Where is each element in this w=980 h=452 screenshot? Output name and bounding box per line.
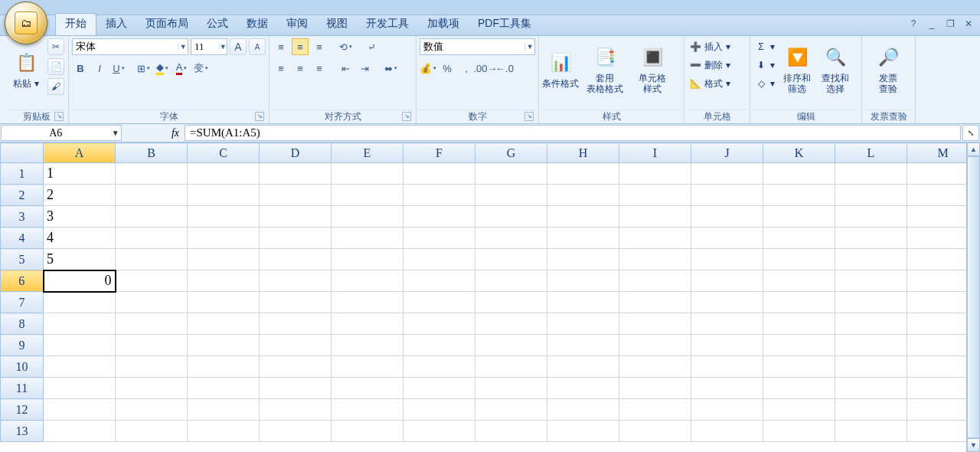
tab-视图[interactable]: 视图 xyxy=(317,14,357,35)
row-header-4[interactable]: 4 xyxy=(1,228,44,249)
cell-M12[interactable] xyxy=(907,399,967,421)
cell-G1[interactable] xyxy=(475,163,547,185)
align-bottom-button[interactable]: ≡ xyxy=(311,38,328,55)
font-color-button[interactable]: A xyxy=(173,60,190,77)
column-header-D[interactable]: D xyxy=(260,143,332,163)
cell-G5[interactable] xyxy=(475,249,547,270)
cell-B13[interactable] xyxy=(116,421,188,442)
comma-button[interactable]: , xyxy=(458,60,475,77)
cell-H12[interactable] xyxy=(547,399,619,421)
cell-M5[interactable] xyxy=(907,249,967,270)
cell-K11[interactable] xyxy=(763,378,835,399)
cell-A3[interactable]: 3 xyxy=(44,206,116,228)
grow-font-button[interactable]: A xyxy=(230,38,247,55)
cell-M6[interactable] xyxy=(907,270,967,292)
cell-L5[interactable] xyxy=(835,249,907,270)
cell-A1[interactable]: 1 xyxy=(44,163,116,185)
cell-D4[interactable] xyxy=(260,228,332,249)
tab-插入[interactable]: 插入 xyxy=(96,14,136,35)
cell-J6[interactable] xyxy=(691,270,763,292)
cell-H8[interactable] xyxy=(547,313,619,335)
cell-L9[interactable] xyxy=(835,335,907,356)
cell-G9[interactable] xyxy=(475,335,547,356)
increase-indent-button[interactable]: ⇥ xyxy=(356,60,373,77)
align-launcher[interactable]: ↘ xyxy=(402,112,411,121)
phonetic-button[interactable]: 变 xyxy=(192,60,209,77)
cell-E7[interactable] xyxy=(332,292,403,313)
cell-C1[interactable] xyxy=(188,163,260,185)
column-header-B[interactable]: B xyxy=(116,143,188,163)
cell-L2[interactable] xyxy=(835,185,907,206)
cell-L12[interactable] xyxy=(835,399,907,421)
cell-H2[interactable] xyxy=(547,185,619,206)
cell-A12[interactable] xyxy=(44,399,116,421)
cell-F7[interactable] xyxy=(403,292,475,313)
border-button[interactable]: ⊞ xyxy=(135,60,152,77)
tab-数据[interactable]: 数据 xyxy=(237,14,277,35)
cell-C6[interactable] xyxy=(188,270,260,292)
cell-K13[interactable] xyxy=(763,421,835,442)
column-header-E[interactable]: E xyxy=(332,143,403,163)
scroll-up-icon[interactable]: ▲ xyxy=(967,142,980,156)
tab-页面布局[interactable]: 页面布局 xyxy=(136,14,198,35)
cell-D10[interactable] xyxy=(260,356,332,378)
cell-A8[interactable] xyxy=(44,313,116,335)
cell-M9[interactable] xyxy=(907,335,967,356)
cell-H7[interactable] xyxy=(547,292,619,313)
align-middle-button[interactable]: ≡ xyxy=(292,38,309,55)
column-header-C[interactable]: C xyxy=(188,143,260,163)
vertical-scrollbar[interactable]: ▲ ▼ xyxy=(966,142,980,452)
cell-E11[interactable] xyxy=(332,378,403,399)
italic-button[interactable]: I xyxy=(91,60,108,77)
number-launcher[interactable]: ↘ xyxy=(524,112,534,121)
cell-E9[interactable] xyxy=(332,335,403,356)
cell-D13[interactable] xyxy=(260,421,332,442)
cell-G7[interactable] xyxy=(475,292,547,313)
decrease-indent-button[interactable]: ⇤ xyxy=(337,60,354,77)
cell-E12[interactable] xyxy=(332,399,403,421)
cell-M2[interactable] xyxy=(907,185,967,206)
row-header-7[interactable]: 7 xyxy=(1,292,44,313)
cell-M1[interactable] xyxy=(907,163,967,185)
select-all-corner[interactable] xyxy=(1,143,44,163)
cell-J9[interactable] xyxy=(691,335,763,356)
align-right-button[interactable]: ≡ xyxy=(311,60,328,77)
cell-I3[interactable] xyxy=(619,206,691,228)
cell-I10[interactable] xyxy=(619,356,691,378)
autosum-button[interactable]: Σ▾ xyxy=(753,38,776,55)
cell-K7[interactable] xyxy=(763,292,835,313)
cell-A11[interactable] xyxy=(44,378,116,399)
row-header-9[interactable]: 9 xyxy=(1,335,44,356)
cell-C5[interactable] xyxy=(188,249,260,270)
cell-F12[interactable] xyxy=(403,399,475,421)
merge-center-button[interactable]: ⬌ xyxy=(382,60,399,77)
cell-G3[interactable] xyxy=(475,206,547,228)
cell-E10[interactable] xyxy=(332,356,403,378)
cell-B4[interactable] xyxy=(116,228,188,249)
invoice-check-button[interactable]: 🔎 发票 查验 xyxy=(865,38,911,100)
align-left-button[interactable]: ≡ xyxy=(273,60,289,77)
cell-K6[interactable] xyxy=(763,270,835,292)
row-header-10[interactable]: 10 xyxy=(1,356,44,378)
cell-L8[interactable] xyxy=(835,313,907,335)
conditional-format-button[interactable]: 📊 条件格式 xyxy=(542,38,579,100)
cell-A5[interactable]: 5 xyxy=(44,249,116,270)
cell-L3[interactable] xyxy=(835,206,907,228)
increase-decimal-button[interactable]: .00→ xyxy=(477,60,494,77)
cell-I7[interactable] xyxy=(619,292,691,313)
cell-I13[interactable] xyxy=(619,421,691,442)
column-header-I[interactable]: I xyxy=(619,143,691,163)
cell-C10[interactable] xyxy=(188,356,260,378)
chevron-down-icon[interactable]: ▼ xyxy=(110,129,121,137)
cell-F3[interactable] xyxy=(403,206,475,228)
cell-H10[interactable] xyxy=(547,356,619,378)
cell-D9[interactable] xyxy=(260,335,332,356)
underline-button[interactable]: U xyxy=(110,60,127,77)
cell-H1[interactable] xyxy=(547,163,619,185)
cell-M13[interactable] xyxy=(907,421,967,442)
cell-A7[interactable] xyxy=(44,292,116,313)
cell-D6[interactable] xyxy=(260,270,332,292)
cell-G4[interactable] xyxy=(475,228,547,249)
copy-button[interactable]: 📄 xyxy=(47,58,64,75)
cell-H9[interactable] xyxy=(547,335,619,356)
